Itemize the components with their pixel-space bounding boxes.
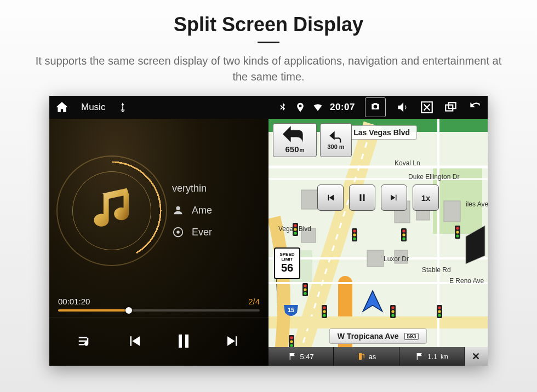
svg-rect-12 xyxy=(444,201,460,222)
track-title: verythin xyxy=(172,183,207,194)
nav-next-turn[interactable]: 300 m xyxy=(320,123,352,157)
svg-point-43 xyxy=(304,292,306,295)
svg-rect-60 xyxy=(289,353,290,360)
svg-point-3 xyxy=(176,230,180,234)
bluetooth-icon xyxy=(277,102,288,113)
svg-text:Stable Rd: Stable Rd xyxy=(422,266,451,274)
sim-speed-label: 1x xyxy=(421,193,431,203)
hud-eta-value: 5:47 xyxy=(300,353,314,361)
svg-point-58 xyxy=(290,340,293,343)
usb-icon xyxy=(117,102,128,113)
music-pane: verythin Ame Ever 00:01:20 2/4 xyxy=(49,119,268,366)
hud-close-button[interactable]: ✕ xyxy=(465,347,488,366)
track-row[interactable]: Ame xyxy=(172,204,261,216)
play-pause-button[interactable] xyxy=(169,326,198,356)
nav-main-distance: 650 xyxy=(285,145,299,154)
close-icon[interactable] xyxy=(420,100,434,114)
traffic-light-icon xyxy=(436,305,443,321)
title-underline xyxy=(258,42,279,43)
speed-limit-sign: SPEED LIMIT 56 xyxy=(274,247,300,279)
volume-icon[interactable] xyxy=(396,100,410,114)
traffic-light-icon xyxy=(389,305,397,321)
svg-point-25 xyxy=(294,224,296,227)
hud-fuel-value: as xyxy=(369,353,376,361)
svg-point-38 xyxy=(456,230,459,233)
hud-eta[interactable]: 5:47 xyxy=(268,347,334,366)
current-app-label: Music xyxy=(81,102,105,113)
camera-icon xyxy=(370,101,381,112)
svg-point-42 xyxy=(304,288,306,291)
nav-main-turn[interactable]: 650m xyxy=(273,123,317,157)
navigation-pane[interactable]: 15 Koval Ln Duke Ellington Dr Vegas Blvd… xyxy=(268,119,488,366)
wifi-icon xyxy=(312,102,323,113)
svg-point-47 xyxy=(323,314,325,316)
bottom-street-badge: 593 xyxy=(404,333,419,340)
traffic-light-icon xyxy=(301,283,309,299)
svg-text:iles Ave: iles Ave xyxy=(466,200,488,208)
sim-next-button[interactable] xyxy=(381,185,407,211)
music-note-icon xyxy=(85,184,139,237)
sim-media-controls: 1x xyxy=(317,185,439,211)
traffic-light-icon xyxy=(292,223,299,239)
track-title: Ever xyxy=(192,227,212,238)
svg-rect-14 xyxy=(367,250,384,267)
page-title: Split Screen Display xyxy=(0,13,537,36)
svg-point-30 xyxy=(353,233,356,236)
sim-prev-button[interactable] xyxy=(317,185,344,211)
back-icon[interactable] xyxy=(468,100,482,114)
svg-point-50 xyxy=(391,310,394,313)
track-row[interactable]: verythin xyxy=(172,183,261,194)
head-unit-screen: Music 20:07 xyxy=(49,96,488,366)
svg-point-31 xyxy=(353,237,356,240)
track-row[interactable]: Ever xyxy=(172,226,261,238)
seek-handle[interactable] xyxy=(125,307,132,314)
speed-word-2: LIMIT xyxy=(282,257,293,262)
track-list: verythin Ame Ever xyxy=(172,183,261,238)
hud-distance-unit: km xyxy=(441,354,448,360)
svg-point-51 xyxy=(391,314,394,316)
album-art-ring xyxy=(57,156,167,266)
svg-text:Duke Ellington Dr: Duke Ellington Dr xyxy=(408,173,459,181)
track-title: Ame xyxy=(192,205,212,216)
traffic-light-icon xyxy=(351,228,358,245)
fuel-icon xyxy=(357,352,365,361)
hud-fuel[interactable]: as xyxy=(334,347,399,366)
flag-icon xyxy=(288,352,297,361)
svg-point-54 xyxy=(438,310,441,313)
hud-distance[interactable]: 1.1 km xyxy=(399,347,465,366)
svg-point-41 xyxy=(304,284,306,287)
prev-track-button[interactable] xyxy=(119,326,149,356)
svg-point-53 xyxy=(438,306,441,309)
vehicle-cursor-icon xyxy=(361,290,385,314)
svg-point-37 xyxy=(456,227,459,229)
traffic-light-icon xyxy=(321,305,328,321)
home-icon[interactable] xyxy=(55,100,69,114)
screenshot-button[interactable] xyxy=(365,97,386,117)
traffic-light-icon xyxy=(454,226,461,242)
nav-hud: 5:47 as 1.1 km ✕ xyxy=(268,347,488,366)
svg-point-39 xyxy=(456,234,459,237)
page-description: It supports the same screen display of t… xyxy=(33,53,504,85)
location-icon xyxy=(295,102,306,113)
bottom-street-name: W Tropicana Ave xyxy=(338,332,399,341)
track-index: 2/4 xyxy=(248,297,260,306)
seek-slider[interactable] xyxy=(58,309,260,312)
clock: 20:07 xyxy=(330,102,355,113)
next-track-button[interactable] xyxy=(218,326,248,356)
svg-rect-61 xyxy=(417,353,418,360)
artist-icon xyxy=(172,204,184,216)
hwy-shield-label: 15 xyxy=(288,307,294,313)
sim-pause-button[interactable] xyxy=(349,185,375,211)
svg-point-35 xyxy=(402,237,405,240)
svg-point-26 xyxy=(294,228,296,230)
playlist-button[interactable] xyxy=(70,326,100,356)
music-controls xyxy=(49,317,268,366)
recent-apps-icon[interactable] xyxy=(444,100,458,114)
nav-main-unit: m xyxy=(300,147,305,153)
svg-text:Koval Ln: Koval Ln xyxy=(395,159,420,167)
flag-icon xyxy=(415,352,424,361)
svg-point-55 xyxy=(438,314,441,316)
sim-speed-button[interactable]: 1x xyxy=(413,185,439,211)
svg-point-34 xyxy=(402,233,405,236)
status-bar: Music 20:07 xyxy=(49,96,488,119)
